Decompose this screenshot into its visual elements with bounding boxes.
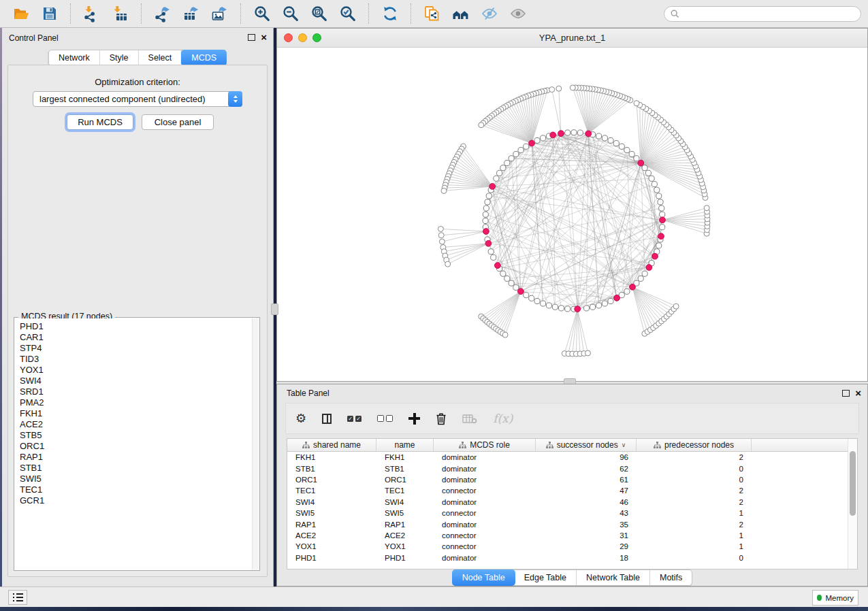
network-canvas[interactable] [277, 47, 867, 381]
toolbar-zoom-in-button[interactable] [249, 3, 275, 24]
table-tab-edge-table[interactable]: Edge Table [515, 570, 577, 585]
table-body: FKH1FKH1dominator962STB1STB1dominator620… [287, 452, 857, 563]
mcds-result-item[interactable]: RAP1 [20, 452, 259, 463]
mcds-result-item[interactable]: YOX1 [20, 365, 259, 376]
column-header-name[interactable]: name [376, 439, 434, 451]
mcds-result-item[interactable]: ORC1 [20, 441, 259, 452]
mcds-result-item[interactable]: PMA2 [20, 397, 259, 408]
mcds-result-item[interactable]: SWI5 [20, 474, 259, 484]
window-close-traffic-icon[interactable] [284, 33, 293, 42]
table-row[interactable]: SWI4SWI4dominator462 [287, 497, 857, 508]
search-input[interactable] [684, 8, 854, 19]
cell-MCDS-role: connector [434, 531, 536, 540]
mcds-result-item[interactable]: FKH1 [20, 408, 259, 419]
table-row[interactable]: YOX1YOX1connector291 [287, 541, 857, 552]
table-row[interactable]: RAP1RAP1dominator352 [287, 518, 857, 529]
mcds-result-item[interactable]: TEC1 [20, 484, 259, 495]
mcds-result-item[interactable]: SRD1 [20, 386, 259, 397]
toolbar-export-network-button[interactable] [150, 3, 176, 24]
table-panel-title: Table Panel [287, 389, 329, 398]
cell-MCDS-role: dominator [434, 498, 536, 506]
toolbar-hide-selected-button[interactable] [477, 3, 502, 24]
tab-select[interactable]: Select [139, 50, 182, 65]
table-row[interactable]: PHD1PHD1dominator180 [287, 552, 857, 563]
mcds-result-item[interactable]: TID3 [20, 354, 259, 365]
close-panel-button[interactable]: Close panel [142, 114, 214, 130]
mcds-result-item[interactable]: STP4 [20, 343, 259, 354]
network-window-titlebar[interactable]: YPA_prune.txt_1 [277, 29, 867, 48]
table-settings-button[interactable]: ⚙ [295, 412, 306, 425]
table-scrollbar-thumb[interactable] [850, 451, 856, 516]
toolbar-first-neighbors-button[interactable] [448, 3, 474, 24]
table-row[interactable]: TEC1TEC1connector472 [287, 485, 857, 496]
table-tab-motifs[interactable]: Motifs [650, 570, 692, 585]
mcds-result-item[interactable]: SWI4 [20, 376, 259, 386]
mcds-result-item[interactable]: CAR1 [20, 332, 259, 343]
splitter-handle-vertical[interactable] [271, 303, 278, 315]
toolbar-export-table-button[interactable] [178, 3, 204, 24]
columns-icon [322, 414, 332, 424]
select-all-button[interactable]: ✓✓ [347, 416, 361, 422]
cell-predecessor-nodes: 1 [637, 531, 752, 540]
table-row[interactable]: SWI5SWI5connector431 [287, 508, 857, 518]
cell-name: SWI4 [376, 498, 434, 506]
deselect-all-button[interactable] [377, 415, 393, 422]
column-header-shared-name[interactable]: shared name [287, 439, 376, 451]
tab-network[interactable]: Network [49, 50, 100, 65]
close-panel-icon[interactable]: × [261, 33, 267, 41]
toolbar-import-network-button[interactable] [79, 3, 105, 24]
task-history-button[interactable] [8, 590, 27, 605]
network-graph-svg[interactable] [277, 47, 867, 381]
mcds-result-item[interactable]: PHD1 [20, 321, 259, 332]
delete-table-button[interactable] [462, 414, 477, 424]
tab-mcds[interactable]: MCDS [181, 50, 227, 66]
checked-boxes-icon: ✓✓ [347, 416, 361, 422]
table-tab-network-table[interactable]: Network Table [577, 570, 650, 585]
optimization-criterion-select[interactable]: largest connected component (undirected) [33, 91, 242, 107]
delete-column-button[interactable] [436, 412, 447, 425]
cell-name: SWI5 [376, 509, 434, 517]
window-maximize-traffic-icon[interactable] [312, 33, 321, 42]
column-header-MCDS-role[interactable]: MCDS role [434, 439, 536, 451]
mcds-result-item[interactable]: STB1 [20, 463, 259, 474]
cell-MCDS-role: dominator [434, 453, 536, 461]
table-close-icon[interactable]: × [855, 389, 861, 397]
column-header-successor-nodes[interactable]: successor nodes∨ [536, 439, 637, 451]
add-column-button[interactable] [408, 413, 420, 425]
toolbar-show-all-button[interactable] [505, 3, 531, 24]
toolbar-refresh-button[interactable] [377, 3, 403, 24]
toolbar-clone-network-button[interactable] [419, 3, 445, 24]
cell-MCDS-role: dominator [434, 554, 536, 562]
mcds-result-item[interactable]: STB5 [20, 430, 259, 441]
cell-shared-name: ACE2 [287, 531, 376, 540]
toolbar-save-session-button[interactable] [37, 3, 63, 24]
mcds-result-item[interactable]: ACE2 [20, 419, 259, 430]
table-row[interactable]: STB1STB1dominator620 [287, 463, 857, 474]
search-box[interactable] [664, 6, 861, 22]
memory-button[interactable]: Memory [812, 590, 858, 606]
table-row[interactable]: ORC1ORC1dominator610 [287, 474, 857, 485]
mcds-result-item[interactable]: GCR1 [20, 495, 259, 506]
function-builder-button[interactable]: f(x) [493, 412, 513, 425]
table-float-icon[interactable] [842, 390, 850, 397]
column-header-predecessor-nodes[interactable]: predecessor nodes [637, 439, 752, 451]
toolbar-zoom-out-button[interactable] [278, 3, 304, 24]
mcds-list-scrollbar[interactable] [252, 318, 259, 569]
cell-successor-nodes: 43 [536, 509, 637, 517]
tab-style[interactable]: Style [100, 50, 139, 65]
table-tab-node-table[interactable]: Node Table [452, 569, 515, 586]
toolbar-import-table-button[interactable] [108, 3, 133, 24]
toolbar-open-file-button[interactable] [8, 3, 34, 24]
toolbar-export-image-button[interactable] [207, 3, 233, 24]
float-panel-icon[interactable] [248, 34, 255, 41]
table-scrollbar[interactable] [848, 439, 857, 569]
show-columns-button[interactable] [322, 414, 332, 424]
table-row[interactable]: FKH1FKH1dominator962 [287, 452, 857, 463]
cell-shared-name: YOX1 [287, 542, 376, 550]
run-mcds-button[interactable]: Run MCDS [67, 114, 133, 130]
toolbar-zoom-selected-button[interactable] [335, 3, 361, 24]
table-row[interactable]: ACE2ACE2connector311 [287, 530, 857, 541]
toolbar-zoom-fit-button[interactable] [306, 3, 332, 24]
window-minimize-traffic-icon[interactable] [298, 33, 307, 42]
cell-successor-nodes: 31 [536, 531, 637, 540]
